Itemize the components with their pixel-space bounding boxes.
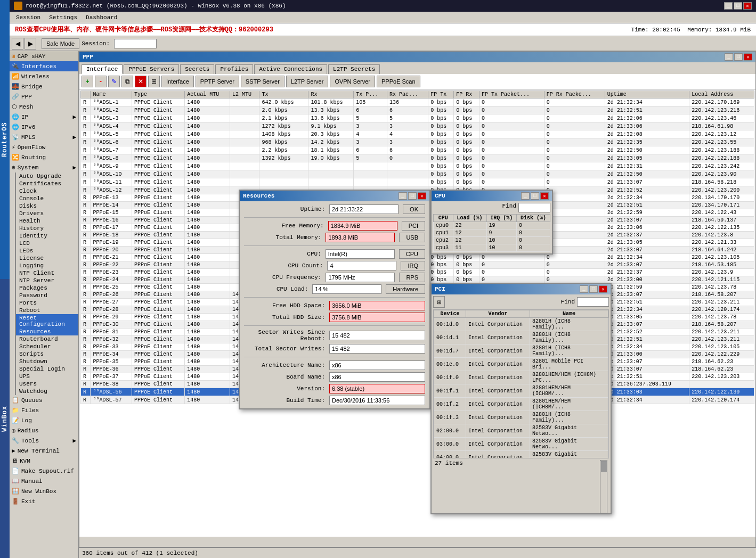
remove-button[interactable]: - (95, 76, 107, 87)
pci-table-row[interactable]: 00:1f.2 Intel Corporation 82801HEM/HEM (… (434, 398, 608, 411)
ppp-scanner-button[interactable]: Interface (161, 76, 194, 87)
table-row[interactable]: R ⁰⁰ADSL-7 PPPoE Client 1480 2.2 kbps 18… (81, 146, 754, 154)
menu-settings[interactable]: Settings (45, 13, 82, 22)
irq-button[interactable]: IRQ (401, 261, 425, 270)
sidebar-item-tools[interactable]: 🔧 Tools ▶ (10, 436, 78, 446)
submenu-lcd[interactable]: LCD (16, 240, 78, 247)
sidebar-item-exit[interactable]: 🚪 Exit (10, 496, 78, 506)
l2tp-server-button[interactable]: L2TP Server (286, 76, 329, 87)
cpu-freq-input[interactable] (326, 273, 395, 282)
submenu-health[interactable]: Health (16, 217, 78, 225)
submenu-console[interactable]: Console (16, 195, 78, 202)
table-row[interactable]: R ⁰⁰ADSL-11 PPPoE Client 1480 0 bps 0 bp… (81, 178, 754, 186)
build-input[interactable] (329, 396, 425, 405)
col-mtu[interactable]: Actual MTU (185, 91, 230, 99)
pci-table-row[interactable]: 00:1f.0 Intel Corporation 82801HEM/HEM (… (434, 371, 608, 384)
pci-table-row[interactable]: 04:00.0 Intel Corporation 82583V Gigabit… (434, 451, 608, 459)
res-minimize[interactable]: _ (399, 192, 407, 200)
table-row[interactable]: R ⁰⁰ADSL-2 PPPoE Client 1480 2.0 kbps 13… (81, 106, 754, 114)
rps-button[interactable]: RPS (399, 273, 425, 282)
sidebar-item-ipv6[interactable]: 🌐 IPv6 (10, 122, 78, 132)
sidebar-item-kvm[interactable]: 🖥 KVM (10, 456, 78, 466)
col-local[interactable]: Local Address (689, 91, 754, 99)
submenu-special-login[interactable]: Special Login (16, 365, 78, 373)
submenu-shutdown[interactable]: Shutdown (16, 358, 78, 365)
submenu-scripts[interactable]: Scripts (16, 350, 78, 358)
pci-table-row[interactable]: 00:1d.7 Intel Corporation 82801H (ICH8 F… (434, 344, 608, 358)
copy-button[interactable]: ⧉ (121, 76, 133, 87)
tab-interface[interactable]: Interface (82, 64, 123, 74)
ovpn-server-button[interactable]: OVPN Server (330, 76, 375, 87)
cpu-maximize[interactable]: □ (531, 192, 539, 200)
total-hdd-input[interactable] (329, 313, 425, 322)
cpu-close[interactable]: ✕ (540, 192, 549, 200)
pci-maximize[interactable]: □ (589, 285, 598, 293)
table-row[interactable]: R ⁰⁰ADSL-5 PPPoE Client 1480 1408 kbps 2… (81, 130, 754, 138)
col-fprx[interactable]: FP Rx (454, 91, 479, 99)
add-button[interactable]: + (82, 76, 93, 87)
submenu-ntp-client[interactable]: NTP Client (16, 269, 78, 277)
cpu-input[interactable] (326, 249, 395, 259)
pci-table-row[interactable]: 00:1d.1 Intel Corporation 82801H (ICH8 F… (434, 331, 608, 344)
total-memory-input[interactable] (326, 233, 395, 242)
submenu-watchdog[interactable]: Watchdog (16, 388, 78, 395)
cpu-table-row[interactable]: cpu3 11 10 0 (434, 244, 550, 252)
pci-table-row[interactable]: 00:1f.1 Intel Corporation 82801HEM/HEM (… (434, 384, 608, 398)
pci-minimize[interactable]: _ (580, 285, 588, 293)
minimize-button[interactable]: _ (724, 2, 733, 10)
submenu-ups[interactable]: UPS (16, 373, 78, 380)
version-input[interactable] (329, 384, 425, 393)
col-fptxp[interactable]: FP Tx Packet... (479, 91, 544, 99)
sidebar-item-mesh[interactable]: ⬡ Mesh (10, 102, 78, 112)
ok-button[interactable]: OK (403, 204, 425, 214)
back-button[interactable]: ◀ (12, 38, 23, 50)
submenu-history[interactable]: History (16, 225, 78, 232)
uptime-input[interactable] (329, 204, 399, 214)
pci-find-input[interactable] (577, 297, 609, 307)
submenu-license[interactable]: License (16, 255, 78, 262)
free-hdd-input[interactable] (329, 301, 425, 310)
submenu-drivers[interactable]: Drivers (16, 210, 78, 217)
table-row[interactable]: R ⁰⁰ADSL-4 PPPoE Client 1480 1272 kbps 9… (81, 122, 754, 130)
forward-button[interactable]: ▶ (25, 38, 36, 50)
submenu-ports[interactable]: Ports (16, 299, 78, 307)
sidebar-item-openflow[interactable]: ⚡ OpenFlow (10, 142, 78, 152)
pci-table-row[interactable]: 02:00.0 Intel Corporation 82583V Gigabit… (434, 424, 608, 438)
pppoe-scan-button[interactable]: PPPoE Scan (377, 76, 420, 87)
cpu-table-row[interactable]: cpu1 12 9 0 (434, 229, 550, 237)
cpu-find-input[interactable] (518, 203, 550, 212)
col-l2mtu[interactable]: L2 MTU (230, 91, 259, 99)
table-row[interactable]: R ⁰⁰ADSL-8 PPPoE Client 1480 1392 kbps 1… (81, 154, 754, 162)
submenu-leds[interactable]: LEDs (16, 247, 78, 255)
filter-button[interactable]: ⊞ (148, 76, 160, 87)
table-row[interactable]: R ⁰⁰ADSL-3 PPPoE Client 1480 2.1 kbps 13… (81, 114, 754, 122)
total-sector-input[interactable] (329, 344, 425, 354)
submenu-disks[interactable]: Disks (16, 202, 78, 210)
sector-writes-input[interactable] (329, 331, 425, 340)
submenu-reboot[interactable]: Reboot (16, 307, 78, 314)
sidebar-item-mpls[interactable]: 📡 MPLS ▶ (10, 132, 78, 142)
submenu-users[interactable]: Users (16, 380, 78, 388)
col-tx[interactable]: Tx (259, 91, 308, 99)
pci-table-row[interactable]: 00:1f.3 Intel Corporation 82801H (ICH8 F… (434, 411, 608, 424)
submenu-packages[interactable]: Packages (16, 284, 78, 292)
col-fptx[interactable]: FP Tx (428, 91, 454, 99)
col-txp[interactable]: Tx P... (354, 91, 387, 99)
submenu-identity[interactable]: Identity (16, 232, 78, 240)
cpu-button[interactable]: CPU (399, 249, 425, 259)
free-memory-input[interactable] (328, 221, 397, 231)
sidebar-item-log[interactable]: 📝 Log (10, 415, 78, 425)
board-input[interactable] (329, 372, 425, 382)
pci-table-row[interactable]: 03:00.0 Intel Corporation 82583V Gigabit… (434, 438, 608, 451)
res-close[interactable]: ✕ (418, 192, 426, 200)
table-row[interactable]: R ⁰⁰ADSL-6 PPPoE Client 1480 968 kbps 14… (81, 138, 754, 146)
cpu-table-row[interactable]: cpu0 22 19 0 (434, 222, 550, 229)
tab-profiles[interactable]: Profiles (215, 64, 253, 74)
sidebar-item-system[interactable]: ⚙ System ▶ (10, 162, 78, 173)
usb-button[interactable]: USB (399, 233, 425, 242)
sidebar-item-new-terminal[interactable]: ▶ New Terminal (10, 446, 78, 456)
cpu-minimize[interactable]: _ (521, 192, 530, 200)
pci-table-row[interactable]: 00:1d.0 Intel Corporation 82801H (ICH8 F… (434, 318, 608, 331)
table-row[interactable]: R ⁰⁰ADSL-1 PPPoE Client 1480 642.0 kbps … (81, 99, 754, 106)
submenu-routerboard[interactable]: Routerboard (16, 335, 78, 343)
